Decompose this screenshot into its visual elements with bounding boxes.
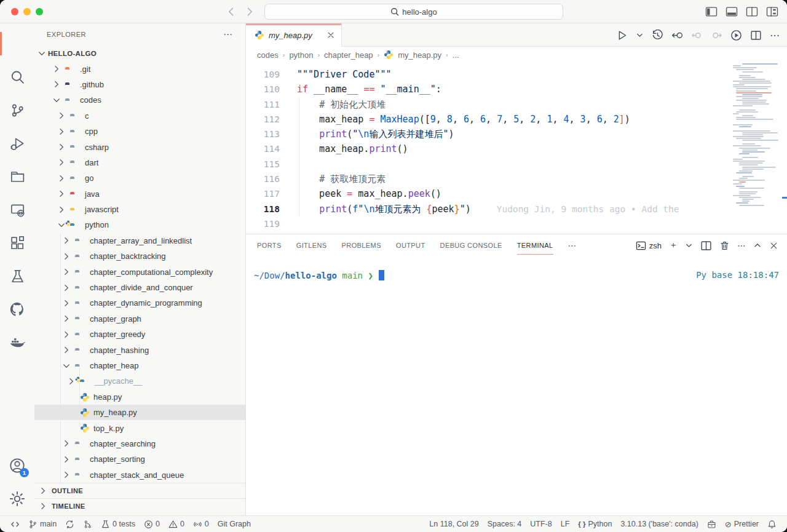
panel-tab-gitlens[interactable]: GITLENS <box>296 242 327 249</box>
tree-item-chapter-greedy[interactable]: chapter_greedy <box>34 327 245 342</box>
timeline-icon[interactable] <box>652 30 663 41</box>
status-extension[interactable] <box>703 520 721 529</box>
editor-more-actions-icon[interactable]: ⋯ <box>770 30 780 41</box>
tree-item-chapter-array-and-linkedlist[interactable]: chapter_array_and_linkedlist <box>34 233 245 248</box>
close-window-button[interactable] <box>11 8 18 15</box>
tree-item-top-k-py[interactable]: top_k.py <box>34 420 245 435</box>
close-panel-icon[interactable] <box>769 241 778 250</box>
run-python-file-icon[interactable] <box>616 30 628 41</box>
panel-tab-debug-console[interactable]: DEBUG CONSOLE <box>440 242 502 249</box>
toggle-sidebar-icon[interactable] <box>705 6 718 18</box>
activity-remote-explorer[interactable] <box>0 193 34 226</box>
panel-tab-problems[interactable]: PROBLEMS <box>342 242 381 249</box>
activity-run-debug[interactable] <box>0 127 34 160</box>
activity-accounts[interactable]: 1 <box>0 449 34 482</box>
tree-item-chapter-backtracking[interactable]: chapter_backtracking <box>34 248 245 264</box>
minimap[interactable] <box>732 62 782 208</box>
status-indentation[interactable]: Spaces: 4 <box>483 520 526 528</box>
status-sync[interactable] <box>61 520 79 529</box>
terminal-instance-zsh[interactable]: zsh <box>636 240 662 251</box>
activity-source-control[interactable] <box>0 93 34 127</box>
tree-item-csharp[interactable]: csharp <box>34 139 245 154</box>
status-remote[interactable] <box>6 520 24 529</box>
navigate-forward-icon[interactable] <box>243 6 256 18</box>
tree-item-java[interactable]: java <box>34 186 245 202</box>
activity-testing[interactable] <box>0 260 34 293</box>
tree-item-codes[interactable]: codes <box>34 92 245 108</box>
breadcrumb-item[interactable]: chapter_heap <box>324 50 373 60</box>
tree-item-my-heap-py[interactable]: my_heap.py <box>34 405 245 420</box>
tree-item-python[interactable]: python <box>34 217 245 232</box>
sidebar-section-timeline[interactable]: TIMELINE <box>34 498 245 514</box>
status-warnings[interactable]: 0 <box>164 520 189 529</box>
zoom-window-button[interactable] <box>36 8 43 15</box>
panel-more-actions-icon[interactable]: ⋯ <box>737 240 746 250</box>
split-editor-right-icon[interactable] <box>750 30 762 41</box>
next-change-icon[interactable] <box>711 30 722 41</box>
status-cursor-position[interactable]: Ln 118, Col 29 <box>425 520 483 528</box>
status-encoding[interactable]: UTF-8 <box>526 520 556 528</box>
tree-item-cpp[interactable]: cpp <box>34 124 245 139</box>
tree-item-chapter-graph[interactable]: chapter_graph <box>34 311 245 327</box>
tab-close-icon[interactable] <box>326 31 335 39</box>
activity-extensions[interactable] <box>0 226 34 260</box>
tree-item-chapter-searching[interactable]: chapter_searching <box>34 436 245 451</box>
maximize-panel-icon[interactable] <box>753 241 762 250</box>
tree-item-c[interactable]: c <box>34 108 245 124</box>
status-feedback[interactable]: 0 <box>189 520 213 529</box>
status-notifications[interactable] <box>763 520 781 529</box>
panel-more-tabs-icon[interactable]: ⋯ <box>568 240 577 250</box>
split-terminal-icon[interactable] <box>700 240 712 252</box>
breadcrumb-item[interactable]: python <box>289 50 313 60</box>
previous-change-icon[interactable] <box>691 30 703 41</box>
explorer-more-actions-icon[interactable]: ⋯ <box>223 29 233 40</box>
tree-item-chapter-divide-and-conquer[interactable]: chapter_divide_and_conquer <box>34 280 245 295</box>
breadcrumb-item[interactable]: ... <box>453 50 459 60</box>
tree-item-javascript[interactable]: JSjavascript <box>34 202 245 217</box>
panel-tab-output[interactable]: OUTPUT <box>396 242 425 249</box>
status-branch[interactable]: main <box>24 520 61 529</box>
panel-tab-terminal[interactable]: TERMINAL <box>517 242 553 249</box>
navigate-back-icon[interactable] <box>225 6 237 18</box>
status-tests[interactable]: 0 tests <box>97 520 140 529</box>
status-errors[interactable]: 0 <box>140 520 164 529</box>
activity-settings[interactable] <box>0 482 34 515</box>
tree-item-dart[interactable]: dart <box>34 155 245 170</box>
tree-item--git[interactable]: .git <box>34 61 245 76</box>
activity-explorer[interactable] <box>0 27 34 60</box>
split-editor-icon[interactable] <box>746 6 758 18</box>
panel-tab-ports[interactable]: PORTS <box>257 242 282 249</box>
kill-terminal-icon[interactable] <box>719 240 730 251</box>
activity-project-manager[interactable] <box>0 160 34 193</box>
activity-github[interactable] <box>0 293 34 326</box>
terminal-content[interactable]: ~/Dow/hello-algo main ❯ Py base 18:18:47 <box>254 270 779 280</box>
toggle-panel-icon[interactable] <box>726 6 738 18</box>
tree-root-hello-algo[interactable]: HELLO-ALGO <box>34 46 245 61</box>
terminal-profile-dropdown-icon[interactable] <box>685 242 693 250</box>
tree-item--pycache-[interactable]: __pycache__ <box>34 373 245 389</box>
tree-item-chapter-hashing[interactable]: chapter_hashing <box>34 342 245 357</box>
tab-my-heap[interactable]: my_heap.py <box>246 23 342 47</box>
tree-item-chapter-stack-and-queue[interactable]: chapter_stack_and_queue <box>34 467 245 483</box>
command-center-search[interactable]: hello-algo <box>264 4 563 20</box>
new-terminal-icon[interactable]: ＋ <box>669 240 678 251</box>
tree-item-chapter-computational-complexity[interactable]: chapter_computational_complexity <box>34 264 245 279</box>
tree-item--github[interactable]: .github <box>34 77 245 92</box>
tree-item-go[interactable]: go <box>34 170 245 186</box>
sidebar-section-outline[interactable]: OUTLINE <box>34 483 245 498</box>
activity-docker[interactable] <box>0 326 34 359</box>
status-prettier[interactable]: ⊘Prettier <box>721 520 763 529</box>
activity-search[interactable] <box>0 60 34 93</box>
customize-layout-icon[interactable] <box>766 6 778 18</box>
code-editor[interactable]: 109"""Driver Code"""110if __name__ == "_… <box>246 63 787 234</box>
breadcrumb-item[interactable]: my_heap.py <box>398 50 441 60</box>
minimize-window-button[interactable] <box>23 8 31 15</box>
run-or-debug-icon[interactable] <box>730 30 742 41</box>
status-git-graph-icon[interactable] <box>79 520 97 529</box>
breadcrumb-item[interactable]: codes <box>257 50 279 60</box>
run-dropdown-icon[interactable] <box>636 31 644 39</box>
status-language-mode[interactable]: { }Python <box>574 520 616 528</box>
tree-item-heap-py[interactable]: heap.py <box>34 389 245 405</box>
open-changes-icon[interactable] <box>671 30 683 41</box>
status-python-interpreter[interactable]: 3.10.13 ('base': conda) <box>616 520 702 528</box>
